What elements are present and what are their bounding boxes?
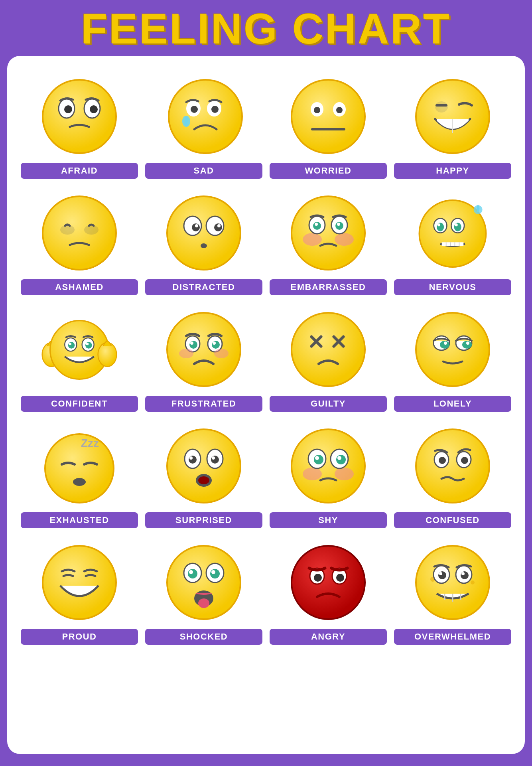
svg-point-0 [43,80,116,153]
svg-point-35 [335,233,354,246]
svg-point-135 [439,572,442,575]
emotion-label-shocked: SHOCKED [145,629,262,645]
emotion-label-confused: CONFUSED [394,512,511,528]
emotion-label-lonely: LONELY [394,396,511,412]
emotion-cell-shy: SHY [268,417,388,530]
svg-point-68 [189,341,197,349]
emotion-cell-sad: SAD [144,68,264,180]
svg-point-84 [444,342,447,345]
emoji-ashamed [35,188,123,275]
svg-point-63 [86,343,89,345]
svg-point-126 [314,574,322,582]
svg-point-114 [167,546,240,619]
svg-point-49 [455,223,457,226]
svg-point-88 [73,478,86,486]
emoji-afraid [35,71,123,159]
emoji-guilty [284,304,372,392]
svg-point-110 [439,457,446,464]
svg-point-4 [90,105,98,113]
emoji-sad [160,71,248,159]
emotion-label-overwhelmed: OVERWHELMED [394,629,511,645]
emotion-label-exhausted: EXHAUSTED [21,512,138,528]
svg-point-3 [64,105,72,113]
emoji-distracted [160,188,248,275]
svg-point-33 [292,196,365,270]
emotion-cell-proud: PROUD [19,534,140,646]
svg-point-97 [198,476,209,484]
svg-point-8 [191,106,198,113]
emotion-label-worried: WORRIED [270,163,387,179]
svg-point-34 [303,233,322,246]
emotion-cell-lonely: LONELY [392,301,513,413]
emotion-cell-confused: CONFUSED [392,417,513,530]
svg-point-60 [68,342,75,349]
emotion-cell-nervous: NERVOUS [392,184,513,297]
svg-point-17 [416,80,489,153]
emotion-cell-frustrated: FRUSTRATED [144,301,264,413]
svg-rect-50 [442,242,464,246]
emoji-frustrated [160,304,248,392]
svg-point-65 [167,313,240,386]
emoji-lonely [409,304,497,392]
svg-point-9 [211,106,219,113]
emotion-cell-confident: CONFIDENT [19,301,140,413]
svg-point-61 [85,342,92,349]
svg-point-136 [461,572,465,575]
svg-point-71 [213,342,216,345]
emoji-surprised [160,421,248,508]
svg-point-85 [466,342,469,345]
svg-point-134 [461,571,469,579]
emotion-cell-worried: WORRIED [268,68,388,180]
emotion-cell-exhausted: Zzz EXHAUSTED [19,417,140,530]
emotion-label-sad: SAD [145,163,262,179]
svg-point-24 [84,225,99,235]
svg-point-98 [292,429,365,503]
svg-point-15 [336,107,343,113]
emotion-label-frustrated: FRUSTRATED [145,396,262,412]
svg-point-70 [190,342,193,345]
emotion-cell-afraid: AFRAID [19,68,140,180]
emoji-overwhelmed [409,537,497,625]
emotion-label-embarrassed: EMBARRASSED [270,279,387,295]
svg-point-86 [45,434,114,503]
svg-point-117 [188,569,197,578]
svg-point-48 [437,223,440,226]
svg-point-31 [217,224,221,227]
svg-point-105 [315,456,319,460]
svg-point-5 [169,80,242,153]
emoji-confused [409,421,497,508]
svg-point-92 [189,456,197,464]
svg-text:Zzz: Zzz [81,437,99,449]
emotion-label-ashamed: ASHAMED [21,279,138,295]
emoji-shy [284,421,372,508]
svg-point-62 [69,343,71,345]
svg-point-127 [336,574,344,582]
emoji-happy [409,71,497,159]
emotion-label-nervous: NERVOUS [394,279,511,295]
emotion-cell-embarrassed: EMBARRASSED [268,184,388,297]
emotion-cell-angry: ANGRY [268,534,388,646]
emotion-label-happy: HAPPY [394,163,511,179]
svg-point-103 [314,455,323,464]
page-title: FEELING CHART [81,7,451,50]
emotion-label-confident: CONFIDENT [21,396,138,412]
svg-point-99 [303,468,322,480]
emoji-embarrassed [284,188,372,275]
svg-point-79 [416,313,489,386]
svg-point-106 [337,456,341,460]
svg-point-95 [212,456,215,460]
emotion-label-guilty: GUILTY [270,396,387,412]
emoji-exhausted: Zzz [35,421,123,508]
emotion-cell-guilty: GUILTY [268,301,388,413]
emotion-label-surprised: SURPRISED [145,512,262,528]
emoji-angry [284,537,372,625]
svg-point-107 [416,429,489,503]
emotion-cell-happy: HAPPY [392,68,513,180]
emoji-shocked [160,537,248,625]
svg-point-18 [435,101,448,113]
emotion-label-angry: ANGRY [270,629,387,645]
emoji-worried [284,71,372,159]
svg-point-100 [335,468,354,480]
page: FEELING CHART AFRAID SAD WORRIED [0,0,532,766]
emotion-cell-surprised: SURPRISED [144,417,264,530]
